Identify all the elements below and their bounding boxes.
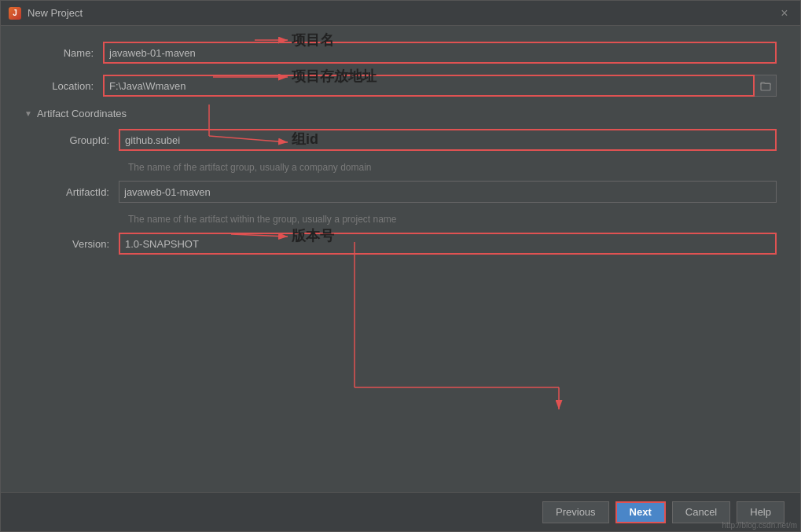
groupid-hint: The name of the artifact group, usually … <box>40 162 777 173</box>
cancel-button[interactable]: Cancel <box>672 501 730 523</box>
dialog-content: Name: Location: ▼ Artifact Coordinates G… <box>1 26 800 492</box>
version-label: Version: <box>40 238 119 250</box>
artifact-section-header: ▼ Artifact Coordinates <box>24 108 777 119</box>
title-bar: J New Project × <box>1 1 800 26</box>
artifactid-input[interactable] <box>119 181 777 203</box>
previous-button[interactable]: Previous <box>542 501 609 523</box>
version-input[interactable] <box>119 233 777 255</box>
artifactid-row: ArtifactId: <box>40 181 777 203</box>
watermark: http://blog.csdn.net/m <box>722 521 797 530</box>
artifactid-label: ArtifactId: <box>40 186 119 198</box>
name-label: Name: <box>24 47 103 59</box>
close-button[interactable]: × <box>777 6 792 21</box>
groupid-label: GroupId: <box>40 134 119 146</box>
groupid-row: GroupId: <box>40 129 777 151</box>
location-input[interactable] <box>103 75 755 97</box>
artifact-section-content: GroupId: The name of the artifact group,… <box>24 129 777 255</box>
svg-rect-0 <box>761 83 770 90</box>
new-project-dialog: J New Project × Name: Location: ▼ Artifa <box>0 0 801 532</box>
dialog-footer: Previous Next Cancel Help http://blog.cs… <box>1 492 800 531</box>
location-row: Location: <box>24 75 777 97</box>
folder-browse-button[interactable] <box>755 75 777 97</box>
name-input[interactable] <box>103 42 777 64</box>
artifact-section-label: Artifact Coordinates <box>37 108 127 119</box>
groupid-input[interactable] <box>119 129 777 151</box>
app-icon: J <box>9 7 21 20</box>
artifactid-hint: The name of the artifact within the grou… <box>40 214 777 225</box>
help-button[interactable]: Help <box>737 501 784 523</box>
dialog-title: New Project <box>28 7 83 19</box>
version-row: Version: <box>40 233 777 255</box>
chevron-icon: ▼ <box>24 109 32 118</box>
next-button[interactable]: Next <box>615 501 666 523</box>
name-row: Name: <box>24 42 777 64</box>
title-bar-left: J New Project <box>9 7 83 20</box>
location-label: Location: <box>24 80 103 92</box>
